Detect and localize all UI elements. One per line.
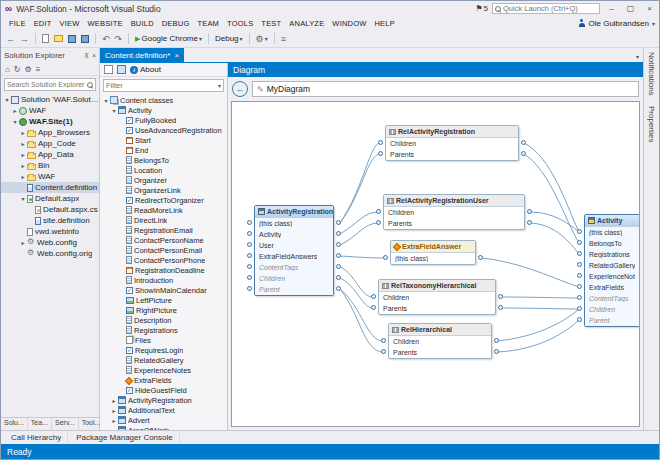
connector-dot[interactable]: [527, 220, 532, 225]
connector-dot[interactable]: [247, 286, 252, 291]
bottom-tool-tab[interactable]: Call Hierarchy: [5, 433, 68, 442]
menu-item[interactable]: VIEW: [56, 19, 84, 28]
chevron-down-icon[interactable]: ▾: [218, 82, 221, 89]
ontology-tree-item[interactable]: Organizer: [100, 175, 227, 185]
connector-dot[interactable]: [247, 242, 252, 247]
ontology-tree-item[interactable]: Files: [100, 335, 227, 345]
tree-item[interactable]: ▸ App_Browsers: [1, 127, 99, 138]
ontology-tree-item[interactable]: FullyBooked: [100, 115, 227, 125]
connector-dot[interactable]: [498, 294, 503, 299]
connector-dot[interactable]: [247, 275, 252, 280]
ontology-tree-item[interactable]: UseAdvancedRegistration: [100, 125, 227, 135]
connector-dot[interactable]: [577, 295, 582, 300]
connector-dot[interactable]: [336, 242, 341, 247]
ontology-tree-item[interactable]: RightPicture: [100, 305, 227, 315]
collapse-all-icon[interactable]: ≡: [36, 65, 41, 74]
connector-dot[interactable]: [494, 349, 499, 354]
notifications-flag[interactable]: ⚑ 5: [475, 4, 488, 13]
ontology-tree-item[interactable]: RelatedGallery: [100, 355, 227, 365]
diagram-node-relactivityregistration[interactable]: RelActivityRegistration ChildrenParents: [385, 125, 519, 161]
connector-dot[interactable]: [577, 273, 582, 278]
menu-item[interactable]: FILE: [5, 19, 30, 28]
node-field[interactable]: Parents: [384, 218, 524, 229]
misc-toolbar-button[interactable]: ≡: [280, 32, 287, 46]
ontology-filter-input[interactable]: [106, 81, 218, 90]
tree-item[interactable]: ▸ Web.config: [1, 237, 99, 248]
node-field[interactable]: Children: [585, 304, 639, 315]
node-field[interactable]: Parent: [585, 315, 639, 326]
node-field[interactable]: (this class): [255, 218, 333, 229]
ontology-tree-item[interactable]: ▸ ActivityRegistration: [100, 395, 227, 405]
connector-dot[interactable]: [336, 286, 341, 291]
connector-dot[interactable]: [498, 305, 503, 310]
new-file-button[interactable]: [41, 34, 50, 43]
ontology-tree-item[interactable]: HideGuestField: [100, 385, 227, 395]
close-icon[interactable]: ×: [174, 51, 179, 60]
menu-item[interactable]: BUILD: [127, 19, 158, 28]
maximize-button[interactable]: ▢: [623, 2, 638, 15]
menu-item[interactable]: TOOLS: [223, 19, 257, 28]
menu-item[interactable]: EDIT: [30, 19, 56, 28]
connector-dot[interactable]: [383, 255, 388, 260]
expander-icon[interactable]: ▾: [19, 195, 27, 202]
menu-item[interactable]: WINDOW: [328, 19, 370, 28]
tree-item[interactable]: site.definition: [1, 215, 99, 226]
node-field[interactable]: Parent: [255, 284, 333, 295]
node-field[interactable]: User: [255, 240, 333, 251]
home-icon[interactable]: ⌂: [5, 65, 10, 74]
tree-item[interactable]: Web.config.orig: [1, 248, 99, 259]
connector-dot[interactable]: [577, 284, 582, 289]
connector-dot[interactable]: [478, 255, 483, 260]
connector-dot[interactable]: [336, 253, 341, 258]
expander-icon[interactable]: ▸: [19, 239, 27, 246]
connector-dot[interactable]: [247, 220, 252, 225]
ontology-tree-item[interactable]: ContactPersonName: [100, 235, 227, 245]
node-field[interactable]: ExtraFields: [585, 282, 639, 293]
connector-dot[interactable]: [577, 306, 582, 311]
expander-icon[interactable]: ▸: [110, 417, 118, 424]
connector-dot[interactable]: [381, 349, 386, 354]
user-account-button[interactable]: Ole Gulbrandsen▾: [578, 19, 656, 28]
node-field[interactable]: Activity: [255, 229, 333, 240]
connector-dot[interactable]: [371, 294, 376, 299]
node-field[interactable]: RelatedGallery: [585, 260, 639, 271]
tree-item[interactable]: ▾ Default.aspx: [1, 193, 99, 204]
expander-icon[interactable]: ▸: [19, 140, 27, 147]
connector-dot[interactable]: [247, 231, 252, 236]
ontology-tree-item[interactable]: ▸ Advert: [100, 415, 227, 425]
solution-search-input[interactable]: [7, 81, 85, 88]
node-field[interactable]: Children: [384, 207, 524, 218]
diagram-name-box[interactable]: ✎ MyDiagram: [252, 81, 639, 97]
ontology-tree-item[interactable]: DirectLink: [100, 215, 227, 225]
connector-dot[interactable]: [381, 338, 386, 343]
bottom-tool-tab[interactable]: Package Manager Console: [70, 433, 180, 442]
expander-icon[interactable]: ▾: [11, 118, 19, 125]
ontology-filter-box[interactable]: ▾: [103, 79, 224, 92]
tree-item[interactable]: vwd.webinfo: [1, 226, 99, 237]
expander-icon[interactable]: ▾: [110, 107, 118, 114]
node-field[interactable]: Parents: [379, 303, 495, 314]
expander-icon[interactable]: ▸: [19, 162, 27, 169]
menu-item[interactable]: TEAM: [193, 19, 223, 28]
ontology-tree-item[interactable]: ▾ Content classes: [100, 95, 227, 105]
expander-icon[interactable]: ▸: [110, 407, 118, 414]
connector-dot[interactable]: [378, 151, 383, 156]
expander-icon[interactable]: ▸: [19, 151, 27, 158]
connector-dot[interactable]: [376, 209, 381, 214]
ontology-tree-item[interactable]: RequiresLogin: [100, 345, 227, 355]
side-tab[interactable]: Notifications: [647, 52, 656, 96]
node-field[interactable]: ExperienceNotes: [585, 271, 639, 282]
menu-item[interactable]: ANALYZE: [285, 19, 328, 28]
connector-dot[interactable]: [577, 240, 582, 245]
connector-dot[interactable]: [577, 229, 582, 234]
tree-item[interactable]: ▸ Bin: [1, 160, 99, 171]
expander-icon[interactable]: ▸: [19, 129, 27, 136]
connector-dot[interactable]: [247, 253, 252, 258]
tree-item[interactable]: Content.definition: [1, 182, 99, 193]
nav-forward-button[interactable]: →: [19, 32, 30, 46]
chevron-down-icon[interactable]: ▾: [199, 32, 202, 46]
connector-dot[interactable]: [527, 209, 532, 214]
gear-icon[interactable]: ⚙: [25, 65, 32, 74]
ontology-tree-item[interactable]: ExperienceNotes: [100, 365, 227, 375]
node-field[interactable]: Children: [389, 336, 491, 347]
